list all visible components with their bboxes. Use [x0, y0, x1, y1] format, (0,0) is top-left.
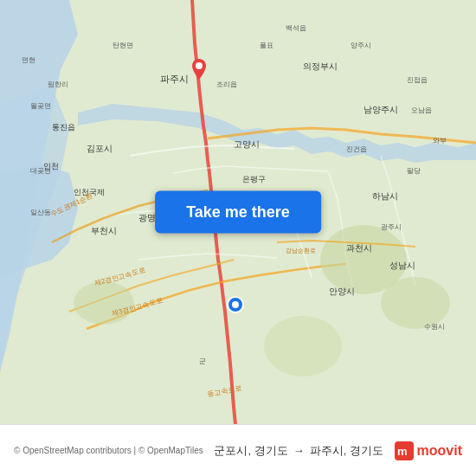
svg-text:의정부시: 의정부시 — [303, 61, 338, 71]
svg-text:m: m — [397, 445, 408, 458]
svg-text:오남읍: 오남읍 — [411, 106, 432, 114]
svg-point-4 — [264, 316, 342, 376]
svg-text:월곶면: 월곶면 — [30, 102, 51, 110]
svg-text:탄현면: 탄현면 — [113, 42, 133, 49]
moovit-logo-text: moovit — [417, 443, 462, 459]
svg-text:은평구: 은평구 — [242, 175, 266, 183]
svg-text:양주시: 양주시 — [351, 42, 371, 49]
svg-text:남양주시: 남양주시 — [363, 105, 398, 114]
take-me-there-button[interactable]: Take me there — [155, 191, 321, 234]
svg-text:진건읍: 진건읍 — [346, 145, 367, 153]
destination-label: 파주시, 경기도 — [310, 443, 383, 459]
origin-label: 군포시, 경기도 — [214, 443, 287, 459]
footer-bar: © OpenStreetMap contributors | © OpenMap… — [0, 424, 476, 476]
svg-text:파주시: 파주시 — [160, 74, 189, 84]
svg-text:강남순환로: 강남순환로 — [286, 248, 316, 254]
svg-text:통진읍: 통진읍 — [52, 123, 75, 132]
svg-point-43 — [196, 62, 203, 69]
svg-text:조리읍: 조리읍 — [216, 80, 237, 88]
map-container: 파주시 김포시 인천국제 부천시 광명시 의정부시 남양주시 하남시 과천시 안… — [0, 0, 476, 424]
svg-text:면현: 면현 — [22, 56, 35, 64]
button-overlay: Take me there — [155, 191, 321, 234]
svg-text:팔당: 팔당 — [407, 167, 421, 175]
svg-text:광주시: 광주시 — [381, 223, 402, 231]
arrow-icon: → — [293, 444, 305, 457]
svg-text:군: 군 — [199, 357, 206, 365]
svg-point-3 — [74, 281, 134, 325]
svg-text:일산동: 일산동 — [30, 209, 51, 216]
route-info: 군포시, 경기도 → 파주시, 경기도 — [214, 443, 383, 459]
moovit-logo: m moovit — [395, 441, 462, 460]
moovit-logo-icon: m — [395, 441, 414, 460]
svg-text:진접읍: 진접읍 — [407, 76, 428, 84]
destination-pin — [189, 59, 209, 87]
svg-text:백석읍: 백석읍 — [286, 24, 306, 32]
svg-text:고양시: 고양시 — [234, 139, 260, 149]
svg-text:폴표: 폴표 — [260, 42, 273, 49]
svg-point-2 — [381, 277, 450, 329]
svg-text:김포시: 김포시 — [87, 144, 113, 153]
svg-text:림한리: 림한리 — [48, 80, 68, 88]
svg-text:과천시: 과천시 — [346, 243, 372, 253]
svg-text:하남시: 하남시 — [372, 191, 398, 201]
svg-text:성남시: 성남시 — [389, 261, 415, 270]
svg-text:부천시: 부천시 — [91, 226, 117, 235]
origin-pin — [225, 294, 246, 322]
svg-text:안양시: 안양시 — [329, 286, 355, 296]
svg-point-45 — [232, 301, 239, 308]
svg-text:와부: 와부 — [433, 137, 447, 145]
copyright: © OpenStreetMap contributors | © OpenMap… — [14, 446, 203, 455]
svg-text:대곶면: 대곶면 — [30, 167, 51, 175]
svg-text:수원시: 수원시 — [424, 323, 445, 331]
